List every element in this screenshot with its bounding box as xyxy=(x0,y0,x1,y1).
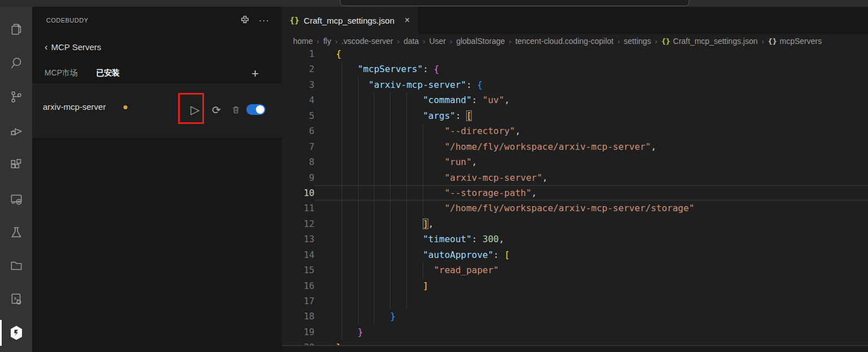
breadcrumb-item[interactable]: settings xyxy=(624,37,651,46)
line-number: 13 xyxy=(282,231,315,247)
remote-explorer-icon[interactable] xyxy=(0,186,32,213)
search-icon[interactable] xyxy=(0,50,32,77)
code-line[interactable]: 14 "autoApprove": [ xyxy=(282,247,868,262)
indent-guide xyxy=(358,309,358,324)
tab-mcp-market[interactable]: MCP市场 xyxy=(45,68,78,78)
vscode-window: CODEBUDDY ··· ‹MCP Servers MCP市场 已安装 + a… xyxy=(0,0,868,352)
indent-guide xyxy=(342,123,342,139)
folder-icon[interactable] xyxy=(0,252,32,279)
code-line[interactable]: 1{ xyxy=(282,46,868,61)
delete-server-button[interactable] xyxy=(227,96,245,124)
indent-guide xyxy=(390,262,391,278)
tab-installed[interactable]: 已安装 xyxy=(96,68,120,78)
breadcrumb-item[interactable]: tencent-cloud.coding-copilot xyxy=(515,37,613,46)
breadcrumb-item[interactable]: User xyxy=(429,37,446,46)
code-line[interactable]: 8 "run", xyxy=(282,154,868,170)
add-server-button[interactable]: + xyxy=(251,66,259,81)
codebuddy-icon[interactable] xyxy=(0,319,32,346)
indent-guide xyxy=(406,293,407,309)
code-runner-icon[interactable] xyxy=(0,286,32,313)
indent-guide xyxy=(390,108,391,123)
indent-guide xyxy=(342,185,342,200)
run-debug-icon[interactable] xyxy=(0,117,32,144)
breadcrumb-item[interactable]: {}Craft_mcp_settings.json xyxy=(661,37,758,46)
line-number: 14 xyxy=(282,247,315,262)
server-list-item[interactable]: arxiv-mcp-server ▷ ⟳ xyxy=(32,84,282,139)
close-tab-icon[interactable]: × xyxy=(405,15,410,25)
code-line[interactable]: 15 "read_paper" xyxy=(282,262,868,278)
breadcrumb-item[interactable]: {}mcpServers xyxy=(768,37,822,46)
code-line[interactable]: 17 xyxy=(282,293,868,309)
indent-guide xyxy=(423,170,423,185)
code-line[interactable]: 10 "--storage-path", xyxy=(282,185,868,200)
breadcrumb-separator-icon: › xyxy=(335,37,337,46)
line-number: 9 xyxy=(282,170,315,185)
indent-guide xyxy=(342,247,342,262)
indent-guide xyxy=(423,185,423,200)
indent-guide xyxy=(342,92,342,108)
line-number: 12 xyxy=(282,216,315,231)
line-number: 3 xyxy=(282,77,315,92)
horizontal-scrollbar[interactable] xyxy=(282,345,868,352)
breadcrumb-item[interactable]: data xyxy=(404,37,419,46)
codebuddy-clover-icon[interactable] xyxy=(240,15,250,26)
line-number: 8 xyxy=(282,154,315,170)
code-line[interactable]: 19 } xyxy=(282,324,868,340)
breadcrumb-item[interactable]: .vscode-server xyxy=(342,37,393,46)
breadcrumb-item[interactable]: fly xyxy=(323,37,331,46)
code-line[interactable]: 11 "/home/fly/workspace/arxiv-mcp-server… xyxy=(282,200,868,216)
refresh-server-button[interactable]: ⟳ xyxy=(207,96,225,124)
indent-guide xyxy=(406,231,407,247)
chevron-left-icon: ‹ xyxy=(45,42,48,52)
code-line[interactable]: 18 } xyxy=(282,309,868,324)
indent-guide xyxy=(406,139,407,154)
code-line[interactable]: 9 "arxiv-mcp-server", xyxy=(282,170,868,185)
line-number: 17 xyxy=(282,293,315,309)
tab-filename: Craft_mcp_settings.json xyxy=(304,16,395,25)
json-file-icon: {} xyxy=(290,16,299,25)
indent-guide xyxy=(390,231,391,247)
indent-guide xyxy=(390,170,391,185)
more-actions-icon[interactable]: ··· xyxy=(259,16,269,26)
line-number: 18 xyxy=(282,309,315,324)
indent-guide xyxy=(358,92,358,108)
code-line[interactable]: 12 ], xyxy=(282,216,868,231)
indent-guide xyxy=(423,123,423,139)
code-line[interactable]: 6 "--directory", xyxy=(282,123,868,139)
breadcrumb-item[interactable]: globalStorage xyxy=(456,37,504,46)
indent-guide xyxy=(358,293,358,309)
indent-guide xyxy=(390,200,391,216)
indent-guide xyxy=(390,123,391,139)
indent-guide xyxy=(342,170,342,185)
indent-guide xyxy=(342,154,342,170)
back-to-mcp-servers[interactable]: ‹MCP Servers xyxy=(45,42,101,53)
indent-guide xyxy=(374,247,374,262)
enable-toggle[interactable] xyxy=(246,104,265,115)
source-control-icon[interactable] xyxy=(0,83,32,110)
explorer-icon[interactable] xyxy=(0,16,32,43)
code-line[interactable]: 3 "arxiv-mcp-server": { xyxy=(282,77,868,92)
indent-guide xyxy=(358,200,358,216)
code-area[interactable]: 1{2 "mcpServers": {3 "arxiv-mcp-server":… xyxy=(282,46,868,345)
breadcrumb-item[interactable]: home xyxy=(293,37,313,46)
breadcrumb-separator-icon: › xyxy=(397,37,400,46)
indent-guide xyxy=(390,185,391,200)
breadcrumb-separator-icon: › xyxy=(617,37,619,46)
testing-icon[interactable] xyxy=(0,219,32,246)
indent-guide xyxy=(423,139,423,154)
editor-tab[interactable]: {} Craft_mcp_settings.json × xyxy=(282,7,418,34)
codebuddy-sidebar: CODEBUDDY ··· ‹MCP Servers MCP市场 已安装 + a… xyxy=(32,7,282,352)
code-line[interactable]: 16 ] xyxy=(282,278,868,293)
code-line[interactable]: 7 "/home/fly/workspace/arxiv-mcp-server"… xyxy=(282,139,868,154)
indent-guide xyxy=(374,200,374,216)
code-line[interactable]: 20} xyxy=(282,340,868,345)
command-center-searchbox[interactable] xyxy=(340,0,689,6)
extensions-icon[interactable] xyxy=(0,152,32,179)
indent-guide xyxy=(358,139,358,154)
code-line[interactable]: 13 "timeout": 300, xyxy=(282,231,868,247)
indent-guide xyxy=(390,247,391,262)
code-line[interactable]: 5 "args": [ xyxy=(282,108,868,123)
breadcrumb-separator-icon: › xyxy=(509,37,511,46)
code-line[interactable]: 2 "mcpServers": { xyxy=(282,61,868,77)
code-line[interactable]: 4 "command": "uv", xyxy=(282,92,868,108)
